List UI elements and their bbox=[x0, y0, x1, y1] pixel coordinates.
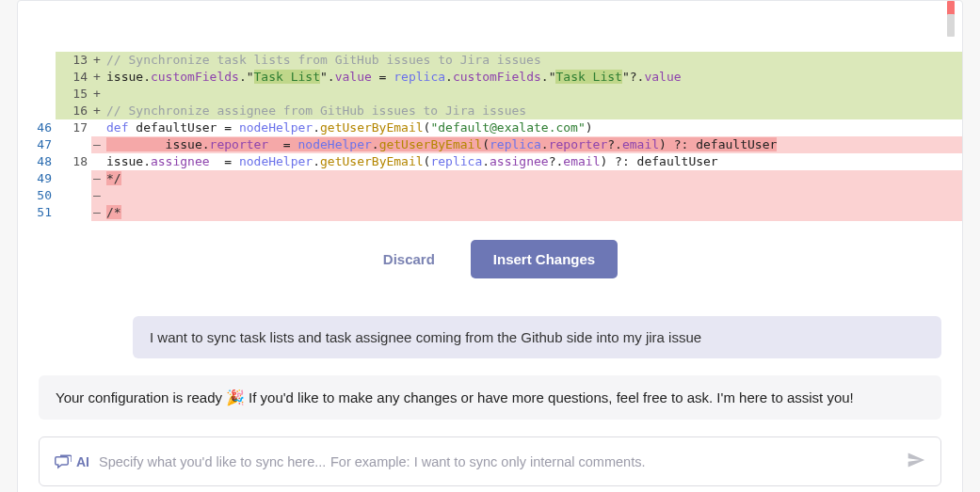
gutter-left: 48 bbox=[18, 153, 56, 170]
code-content: // Synchronize assignee from GitHub issu… bbox=[103, 103, 962, 119]
diff-line: 49—*/ bbox=[18, 170, 962, 187]
code-content: // Synchronize task lists from GitHub is… bbox=[103, 52, 962, 69]
diff-line: 4818issue.assignee = nodeHelper.getUserB… bbox=[18, 153, 962, 170]
diff-marker bbox=[91, 153, 103, 170]
gutter-left: 50 bbox=[18, 187, 56, 204]
diff-marker bbox=[91, 119, 103, 136]
diff-marker: — bbox=[91, 170, 103, 187]
chat-input-hint: For example: I want to sync only interna… bbox=[330, 454, 645, 469]
gutter-left bbox=[18, 86, 56, 103]
gutter-right: 15 bbox=[56, 86, 91, 103]
ai-badge: AI bbox=[55, 454, 89, 469]
action-buttons: Discard Insert Changes bbox=[18, 221, 962, 299]
gutter-right bbox=[56, 187, 91, 204]
discard-button[interactable]: Discard bbox=[362, 240, 456, 278]
diff-marker: + bbox=[91, 103, 103, 119]
diff-line: 4617def defaultUser = nodeHelper.getUser… bbox=[18, 119, 962, 136]
gutter-left: 51 bbox=[18, 204, 56, 221]
gutter-right: 13 bbox=[56, 52, 91, 69]
insert-changes-button[interactable]: Insert Changes bbox=[471, 240, 618, 278]
diff-line: 16+// Synchronize assignee from GitHub i… bbox=[18, 103, 962, 119]
gutter-right: 18 bbox=[56, 153, 91, 170]
assistant-message: Your configuration is ready 🎉 If you'd l… bbox=[39, 375, 941, 420]
gutter-right bbox=[56, 204, 91, 221]
gutter-right: 16 bbox=[56, 103, 91, 119]
gutter-right: 17 bbox=[56, 119, 91, 136]
minimap bbox=[947, 1, 956, 221]
code-content bbox=[103, 86, 962, 103]
diff-marker: — bbox=[91, 136, 103, 153]
code-content: */ bbox=[103, 170, 962, 187]
code-content: /* bbox=[103, 204, 962, 221]
send-icon[interactable] bbox=[907, 451, 925, 472]
diff-line: 13+// Synchronize task lists from GitHub… bbox=[18, 52, 962, 69]
gutter-right: 14 bbox=[56, 69, 91, 86]
gutter-left bbox=[18, 69, 56, 86]
diff-line: 15+ bbox=[18, 86, 962, 103]
gutter-left: 46 bbox=[18, 119, 56, 136]
assistant-text-pre: Your configuration is ready bbox=[56, 389, 222, 405]
diff-line: 14+issue.customFields."Task List".value … bbox=[18, 69, 962, 86]
chat-input-row: AI For example: I want to sync only inte… bbox=[39, 436, 941, 486]
gutter-right bbox=[56, 136, 91, 153]
disclaimer-text: The AI Assistant might make mistakes. Pl… bbox=[39, 486, 941, 492]
diff-marker: + bbox=[91, 69, 103, 86]
chat-icon bbox=[55, 454, 72, 469]
gutter-left bbox=[18, 103, 56, 119]
diff-marker: — bbox=[91, 204, 103, 221]
diff-marker: + bbox=[91, 52, 103, 69]
chat-area: I want to sync task lists and task assig… bbox=[18, 299, 962, 492]
gutter-right bbox=[56, 170, 91, 187]
code-content: issue.reporter = nodeHelper.getUserByEma… bbox=[103, 136, 962, 153]
diff-marker: — bbox=[91, 187, 103, 204]
chat-input-wrapper[interactable]: For example: I want to sync only interna… bbox=[99, 454, 897, 469]
chat-input[interactable] bbox=[99, 454, 325, 469]
code-content: def defaultUser = nodeHelper.getUserByEm… bbox=[103, 119, 962, 136]
diff-line: 51—/* bbox=[18, 204, 962, 221]
assistant-text-post: If you'd like to make any changes or hav… bbox=[249, 389, 854, 405]
code-content: issue.assignee = nodeHelper.getUserByEma… bbox=[103, 153, 962, 170]
code-content: issue.customFields."Task List".value = r… bbox=[103, 69, 962, 86]
gutter-left: 47 bbox=[18, 136, 56, 153]
user-message: I want to sync task lists and task assig… bbox=[133, 316, 941, 358]
diff-line: 47— issue.reporter = nodeHelper.getUserB… bbox=[18, 136, 962, 153]
diff-marker: + bbox=[91, 86, 103, 103]
minimap-marker-viewport bbox=[947, 14, 955, 37]
ai-label: AI bbox=[76, 454, 89, 469]
celebration-icon: 🎉 bbox=[226, 389, 245, 406]
diff-viewer: 13+// Synchronize task lists from GitHub… bbox=[18, 1, 962, 221]
gutter-left: 49 bbox=[18, 170, 56, 187]
diff-line: 50— bbox=[18, 187, 962, 204]
gutter-left bbox=[18, 52, 56, 69]
code-content bbox=[103, 187, 962, 204]
main-panel: 13+// Synchronize task lists from GitHub… bbox=[17, 0, 963, 492]
